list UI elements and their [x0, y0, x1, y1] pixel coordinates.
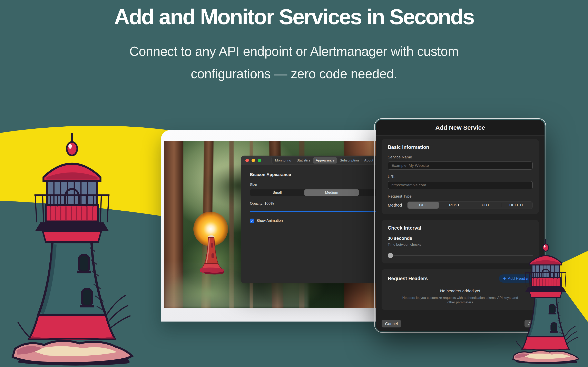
show-animation-checkbox[interactable]: ✓	[250, 218, 254, 223]
method-segmented-control: GET POST PUT DELETE	[407, 201, 533, 209]
check-interval-heading: Check Interval	[388, 225, 533, 231]
service-name-placeholder: Example: My Website	[391, 163, 429, 168]
plus-icon: +	[503, 276, 506, 281]
tab-subscription[interactable]: Subscription	[337, 157, 362, 164]
method-label: Method	[388, 203, 407, 208]
minimize-icon[interactable]	[251, 159, 255, 162]
show-animation-label: Show Animation	[256, 218, 283, 223]
panel-title: Add New Service	[435, 124, 485, 131]
url-input[interactable]: https://example.com	[388, 181, 533, 189]
hero-title: Add and Monitor Services in Seconds	[0, 4, 588, 29]
traffic-lights	[245, 159, 261, 162]
tab-appearance[interactable]: Appearance	[313, 157, 337, 164]
url-label: URL	[388, 175, 533, 179]
size-option-medium[interactable]: Medium	[304, 189, 359, 196]
request-type-label: Request Type	[388, 194, 533, 199]
service-name-input[interactable]: Example: My Website	[388, 161, 533, 170]
promo-canvas: Monitoring Statistics Appearance Subscri…	[0, 0, 588, 367]
basic-information-heading: Basic Information	[388, 144, 533, 150]
hero-subtitle-line1: Connect to any API endpoint or Alertmana…	[49, 40, 539, 63]
tab-about[interactable]: About	[362, 157, 376, 164]
method-option-put[interactable]: PUT	[470, 202, 501, 209]
hero-subtitle: Connect to any API endpoint or Alertmana…	[49, 40, 539, 85]
beacon-lighthouse-illustration	[199, 228, 225, 275]
method-option-delete[interactable]: DELETE	[501, 202, 532, 209]
panel-header: Add New Service	[376, 120, 545, 136]
hero-subtitle-line2: configurations — zero code needed.	[49, 63, 539, 85]
headers-empty-help: Headers let you customize requests with …	[399, 295, 521, 305]
method-row: Method GET POST PUT DELETE	[388, 201, 533, 209]
close-icon[interactable]	[245, 159, 249, 162]
settings-tab-bar: Monitoring Statistics Appearance Subscri…	[272, 157, 377, 164]
method-option-post[interactable]: POST	[439, 202, 470, 209]
interval-slider-knob[interactable]	[388, 253, 393, 258]
tab-statistics[interactable]: Statistics	[294, 157, 313, 164]
tab-monitoring[interactable]: Monitoring	[272, 157, 294, 164]
basic-information-card: Basic Information Service Name Example: …	[381, 139, 539, 214]
service-name-label: Service Name	[388, 155, 533, 159]
request-headers-heading: Request Headers	[388, 276, 428, 281]
url-placeholder: https://example.com	[391, 183, 426, 187]
cancel-button[interactable]: Cancel	[381, 320, 401, 327]
zoom-icon[interactable]	[258, 159, 261, 162]
hero-section: Add and Monitor Services in Seconds Conn…	[0, 4, 588, 85]
method-option-get[interactable]: GET	[407, 202, 439, 209]
lighthouse-right-illustration	[510, 237, 581, 364]
size-option-small[interactable]: Small	[250, 189, 304, 196]
